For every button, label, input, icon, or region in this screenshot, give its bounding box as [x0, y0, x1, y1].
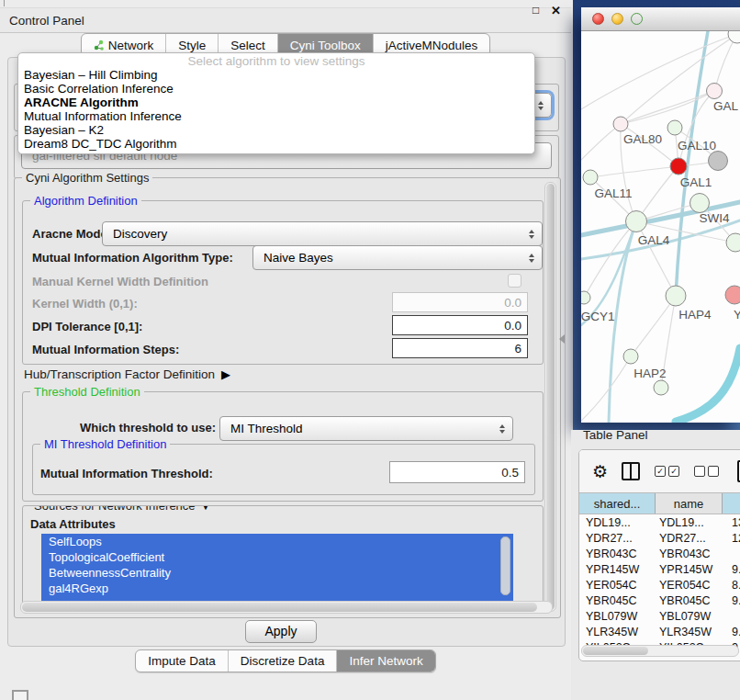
network-node[interactable]: [670, 158, 687, 175]
table-cell: YDL19...: [656, 516, 723, 529]
kernel-width-input: 0.0: [392, 292, 528, 312]
deselect-all-checkboxes-icon[interactable]: [694, 466, 719, 477]
network-node[interactable]: [690, 194, 710, 213]
tab-discretize-data[interactable]: Discretize Data: [228, 650, 337, 672]
data-attribute-item[interactable]: BetweennessCentrality: [41, 565, 513, 581]
combo-stepper-icon: [496, 424, 508, 434]
network-window-titlebar[interactable]: [581, 7, 740, 31]
select-all-checkboxes-icon[interactable]: ✓ ✓: [655, 466, 679, 477]
table-row[interactable]: YDL19...YDL19...13: [579, 514, 740, 530]
table-row[interactable]: YLR345WYLR345W9.: [579, 624, 740, 639]
algorithm-option[interactable]: Mutual Information Inference: [18, 109, 534, 123]
table-cell: YBR043C: [579, 548, 656, 560]
aracne-mode-value: Discovery: [103, 227, 525, 241]
algorithm-option[interactable]: ARACNE Algorithm: [18, 96, 534, 109]
tab-infer-network[interactable]: Infer Network: [336, 650, 434, 672]
settings-horizontal-scrollbar[interactable]: [20, 601, 553, 614]
dpi-tolerance-input[interactable]: 0.0: [392, 315, 528, 335]
aracne-mode-label: Aracne Mode:: [32, 227, 111, 241]
network-node-label: GAL4: [638, 233, 670, 247]
network-node[interactable]: [613, 117, 628, 131]
algorithm-option[interactable]: Basic Correlation Inference: [18, 82, 534, 96]
network-node[interactable]: [707, 84, 723, 99]
network-edge: [590, 166, 678, 177]
table-row[interactable]: YBL079WYBL079W: [579, 608, 740, 624]
cyni-toolbox-panel: gal-filtered sif default node Select alg…: [7, 57, 566, 647]
data-attribute-item[interactable]: SelfLoops: [41, 534, 513, 549]
network-canvas[interactable]: GALGAL80GAL10GAL1GAL11SWI4GAL4GCY1HAP4YH…: [581, 31, 740, 423]
settings-vertical-scrollbar[interactable]: [544, 182, 556, 612]
cyni-algorithm-settings-group: Cyni Algorithm Settings Algorithm Defini…: [14, 177, 561, 618]
table-cell: 8.: [723, 579, 740, 592]
collapse-down-icon[interactable]: ▼: [201, 505, 211, 512]
network-node[interactable]: [667, 120, 682, 135]
network-node[interactable]: [728, 31, 740, 43]
expand-right-icon: ▶: [221, 367, 230, 381]
table-row[interactable]: YER054CYER054C8.: [579, 577, 740, 593]
dpi-tolerance-label: DPI Tolerance [0,1]:: [32, 320, 142, 333]
mi-threshold-input[interactable]: 0.5: [389, 461, 525, 483]
table-body: YDL19...YDL19...13YDR27...YDR27...12YBR0…: [579, 514, 740, 655]
table-cell: YBR045C: [579, 594, 656, 607]
network-node[interactable]: [725, 286, 740, 304]
network-edge: [581, 356, 631, 421]
table-horizontal-scrollbar[interactable]: [581, 645, 739, 657]
network-node[interactable]: [581, 291, 590, 304]
network-node-label: HAP2: [633, 367, 666, 380]
network-edge: [676, 348, 740, 422]
aracne-mode-combo[interactable]: Discovery: [102, 221, 543, 246]
network-node[interactable]: [666, 286, 686, 306]
float-panel-icon[interactable]: □: [533, 4, 539, 17]
attributes-scrollbar[interactable]: [500, 536, 510, 595]
table-row[interactable]: YDR27...YDR27...12: [579, 530, 740, 546]
collapsed-panel-icon[interactable]: [12, 690, 28, 700]
table-cell: YLR345W: [656, 626, 723, 638]
network-node[interactable]: [583, 170, 598, 185]
network-node[interactable]: [626, 211, 647, 232]
manual-kernel-checkbox[interactable]: [508, 274, 521, 288]
mi-type-combo[interactable]: Naive Bayes: [252, 245, 543, 270]
close-panel-icon[interactable]: ✕: [551, 4, 561, 17]
mi-threshold-group: MI Threshold Definition Mutual Informati…: [32, 444, 535, 495]
algorithm-definition-group: Algorithm Definition Aracne Mode: Discov…: [22, 200, 544, 365]
column-header-shared-name[interactable]: shared...: [579, 493, 656, 514]
algorithm-option[interactable]: Bayesian – K2: [18, 123, 534, 137]
network-icon: [94, 40, 104, 51]
tab-label: Infer Network: [349, 654, 422, 668]
algorithm-option[interactable]: Dream8 DC_TDC Algorithm: [18, 137, 534, 151]
which-threshold-combo[interactable]: MI Threshold: [219, 416, 513, 441]
zoom-window-icon[interactable]: [631, 13, 643, 25]
table-cell: YDL19...: [579, 516, 656, 529]
table-cell: YER054C: [579, 579, 656, 592]
network-node[interactable]: [709, 152, 728, 171]
table-row[interactable]: YPR145WYPR145W9.: [579, 561, 740, 577]
network-node[interactable]: [726, 233, 740, 252]
panel-splitter-handle[interactable]: [559, 334, 565, 344]
mi-steps-label: Mutual Information Steps:: [32, 343, 179, 356]
network-node[interactable]: [654, 380, 668, 395]
apply-button[interactable]: Apply: [245, 620, 317, 643]
data-attribute-item[interactable]: TopologicalCoefficient: [41, 549, 513, 565]
tab-label: Cyni Toolbox: [290, 39, 361, 52]
hub-definition-expander[interactable]: Hub/Transcription Factor Definition ▶: [24, 367, 230, 381]
minimize-window-icon[interactable]: [611, 13, 623, 25]
tab-impute-data[interactable]: Impute Data: [136, 650, 228, 672]
data-attribute-item[interactable]: gal4RGexp: [41, 581, 513, 596]
table-panel-box: ⚙ ✓ ✓ shared... name YDL19...YDL19...13Y…: [578, 449, 740, 661]
table-cell: YPR145W: [656, 563, 723, 576]
column-header-clipped[interactable]: [723, 493, 740, 514]
cyni-bottom-tabbar: Impute Data Discretize Data Infer Networ…: [0, 649, 571, 672]
combo-stepper-icon: [534, 101, 546, 110]
gear-icon[interactable]: ⚙: [592, 463, 608, 480]
mi-steps-input[interactable]: 6: [392, 338, 528, 358]
column-header-name[interactable]: name: [656, 493, 723, 514]
table-row[interactable]: YBR043CYBR043C: [579, 546, 740, 561]
algorithm-option[interactable]: Bayesian – Hill Climbing: [18, 68, 534, 82]
control-panel-titlebar: Control Panel: [0, 7, 571, 33]
network-node[interactable]: [623, 349, 638, 364]
table-cell: YDR27...: [579, 532, 656, 545]
mi-type-value: Naive Bayes: [253, 251, 525, 265]
close-window-icon[interactable]: [592, 13, 604, 25]
table-row[interactable]: YBR045CYBR045C9.: [579, 593, 740, 608]
columns-icon[interactable]: [622, 462, 640, 480]
